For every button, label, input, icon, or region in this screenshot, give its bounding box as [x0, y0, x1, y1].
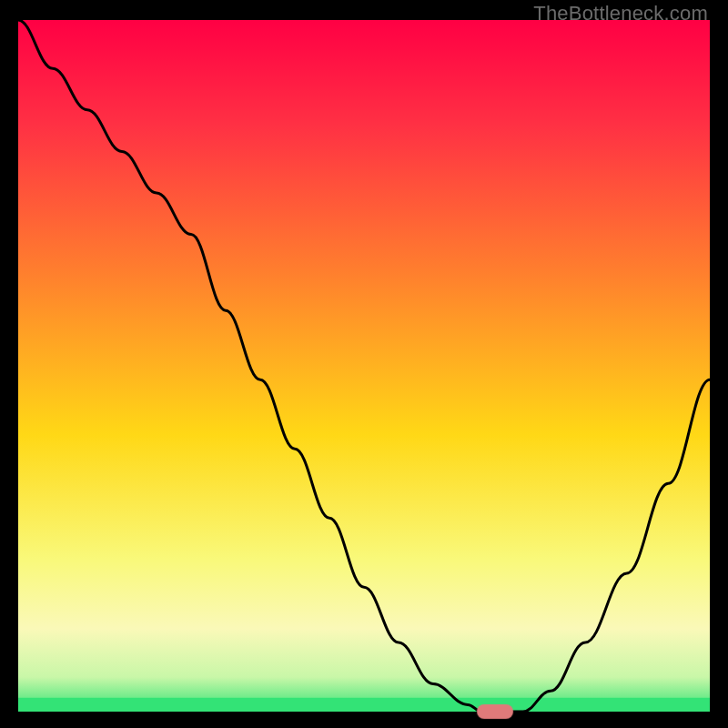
- bottleneck-plot: [18, 20, 710, 712]
- green-band: [18, 698, 710, 712]
- optimal-marker: [478, 705, 512, 718]
- chart-frame: TheBottleneck.com: [0, 0, 728, 728]
